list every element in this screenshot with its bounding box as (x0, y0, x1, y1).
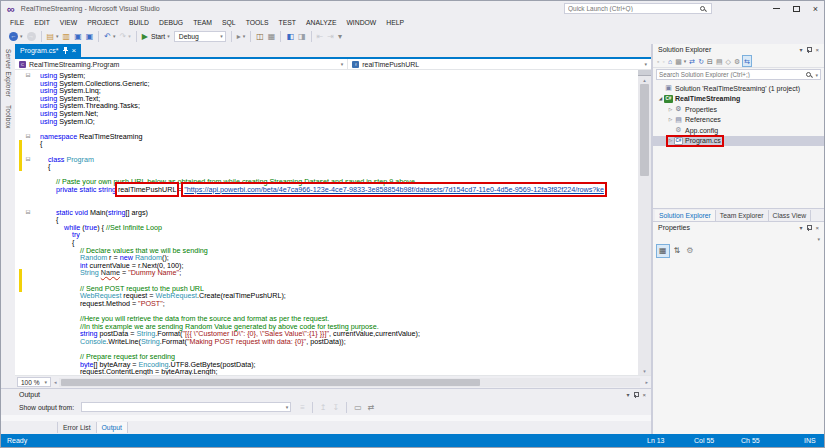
se-show-all-files-icon[interactable]: ▤ (715, 55, 724, 67)
window-position-icon[interactable]: ▾ (626, 391, 629, 398)
menu-test[interactable]: TEST (274, 19, 301, 26)
collapse-icon[interactable]: ◢ (657, 96, 664, 101)
type-dropdown[interactable]: C RealTimeStreaming.Program ▾ (15, 59, 348, 69)
start-debug-button[interactable]: ▶Start▾ (140, 29, 172, 43)
member-dropdown[interactable]: f realTimePushURL ▾ (348, 59, 651, 69)
side-tab-server-explorer[interactable]: Server Explorer (5, 49, 12, 97)
props-categorized-icon[interactable]: ▦ (656, 244, 670, 258)
menu-tools[interactable]: TOOLS (241, 19, 274, 26)
command-window-icon[interactable]: ▦ (266, 29, 278, 43)
tab-programcs[interactable]: Program.cs* × (15, 44, 81, 57)
menu-help[interactable]: HELP (381, 19, 409, 26)
nav-backward-icon[interactable]: ←▾ (7, 29, 25, 43)
fold-toggle-icon[interactable]: ⊟ (22, 72, 34, 79)
increase-indent-icon[interactable]: ⇥ (325, 29, 336, 43)
undo-icon[interactable]: ↶▾ (102, 29, 117, 43)
tree-item-properties[interactable]: ▷⚙Properties (653, 104, 824, 115)
se-collapse-all-icon[interactable]: ⊟ (706, 55, 714, 67)
find-in-files-icon[interactable]: ◫ (254, 29, 266, 43)
output-source-select[interactable]: ▾ (81, 402, 291, 412)
output-next-message-icon[interactable]: ↧ (331, 400, 342, 414)
menu-edit[interactable]: EDIT (29, 19, 54, 26)
expand-icon[interactable]: ▷ (667, 107, 674, 112)
toolbar-overflow-icon[interactable]: ▾ (336, 29, 344, 43)
side-tab-toolbox[interactable]: Toolbox (5, 105, 12, 129)
tree-item-solution[interactable]: ▣Solution 'RealTimeStreaming' (1 project… (653, 83, 824, 94)
close-button[interactable]: × (813, 5, 818, 13)
quick-launch-box[interactable] (564, 3, 712, 14)
save-all-icon[interactable]: ▣ (84, 29, 96, 43)
output-prev-message-icon[interactable]: ↥ (318, 400, 329, 414)
push-url-link-annotation[interactable]: "https://api.powerbi.com/beta/4e7ca966-1… (184, 185, 604, 194)
se-sync-with-active-doc-icon[interactable]: ⇆ (742, 55, 752, 67)
close-icon[interactable]: × (642, 392, 646, 398)
bottom-tab-error-list[interactable]: Error List (57, 422, 97, 433)
code-editor[interactable]: ⊟using System;using System.Collections.G… (15, 70, 638, 375)
dock-tab-class-view[interactable]: Class View (769, 210, 812, 221)
uncomment-lines-icon[interactable]: ◨ (296, 29, 308, 43)
props-property-pages-icon[interactable]: ⚙ (684, 244, 695, 258)
scroll-left-icon[interactable]: ◂ (51, 379, 60, 385)
open-file-icon[interactable]: ▥ (61, 29, 73, 43)
window-position-icon[interactable]: ▾ (799, 224, 802, 231)
solution-configurations-select[interactable]: Debug▾ (172, 29, 228, 43)
se-view-code-icon[interactable]: ◇ (725, 55, 732, 67)
se-pending-changes-icon[interactable]: ⇄ (688, 55, 696, 67)
close-tab-icon[interactable]: × (72, 47, 77, 55)
minimize-button[interactable] (773, 8, 780, 9)
expand-icon[interactable]: ▷ (667, 138, 674, 143)
se-forward-icon[interactable]: ◦ (661, 55, 665, 67)
expand-icon[interactable]: ▷ (667, 117, 674, 122)
menu-file[interactable]: FILE (5, 19, 29, 26)
menu-view[interactable]: VIEW (55, 19, 82, 26)
scrollbar-thumb[interactable] (640, 84, 649, 176)
comment-lines-icon[interactable]: ◧ (284, 29, 296, 43)
properties-object-select[interactable]: ▾ (653, 233, 824, 244)
zoom-select[interactable]: 100 % ▾ (17, 377, 51, 387)
output-clear-all-icon[interactable]: ▭ (352, 400, 364, 414)
nav-forward-icon[interactable]: → (25, 29, 38, 43)
bottom-tab-output[interactable]: Output (97, 422, 128, 433)
se-switch-views-icon[interactable]: ▩▾ (674, 55, 687, 67)
pin-icon[interactable] (63, 47, 68, 54)
scroll-up-icon[interactable]: ▴ (643, 76, 646, 84)
scrollbar-thumb[interactable] (61, 379, 479, 386)
se-refresh-icon[interactable]: ↻ (697, 55, 705, 67)
menu-team[interactable]: TEAM (188, 19, 217, 26)
new-project-icon[interactable]: ▤▾ (45, 29, 61, 43)
solution-explorer-search-input[interactable] (659, 71, 806, 78)
menu-analyze[interactable]: ANALYZE (301, 19, 341, 26)
vertical-scrollbar[interactable]: ▴ ▾ (638, 70, 651, 375)
se-home-icon[interactable]: ⌂ (667, 55, 673, 67)
pin-icon[interactable] (634, 392, 637, 398)
dock-tab-team-explorer[interactable]: Team Explorer (716, 210, 769, 221)
dock-tab-solution-explorer[interactable]: Solution Explorer (655, 210, 716, 221)
fold-toggle-icon[interactable]: ⊟ (22, 209, 34, 216)
pin-icon[interactable] (807, 47, 810, 53)
output-word-wrap-icon[interactable]: ⇄ (366, 400, 377, 414)
tree-item-project-realtimestreaming[interactable]: ◢C#RealTimeStreaming (653, 94, 824, 105)
menu-build[interactable]: BUILD (124, 19, 154, 26)
restore-button[interactable] (793, 6, 800, 12)
menu-debug[interactable]: DEBUG (154, 19, 188, 26)
menu-project[interactable]: PROJECT (82, 19, 124, 26)
attach-to-process-icon[interactable]: ▸▾ (235, 29, 248, 43)
close-icon[interactable]: × (815, 47, 819, 53)
output-messages-icon[interactable]: ≡ (298, 400, 307, 414)
redo-icon[interactable]: ↷▾ (118, 29, 133, 43)
close-icon[interactable]: × (815, 225, 819, 231)
fold-toggle-icon[interactable]: ⊟ (22, 133, 34, 140)
menu-sql[interactable]: SQL (217, 19, 241, 26)
props-alphabetical-icon[interactable]: ⇅ (672, 244, 683, 258)
menu-window[interactable]: WINDOW (341, 19, 381, 26)
horizontal-scrollbar[interactable] (59, 378, 640, 387)
se-properties-icon[interactable]: ⚙ (733, 55, 741, 67)
decrease-indent-icon[interactable]: ⇤ (315, 29, 326, 43)
save-icon[interactable]: ▣ (72, 29, 84, 43)
scroll-right-icon[interactable]: ▸ (642, 379, 651, 385)
tree-item-references[interactable]: ▷▤References (653, 115, 824, 126)
tree-item-appconfig[interactable]: ⚙App.config (653, 125, 824, 136)
scroll-down-icon[interactable]: ▾ (643, 367, 646, 375)
quick-launch-input[interactable] (568, 5, 700, 12)
window-position-icon[interactable]: ▾ (799, 46, 802, 53)
